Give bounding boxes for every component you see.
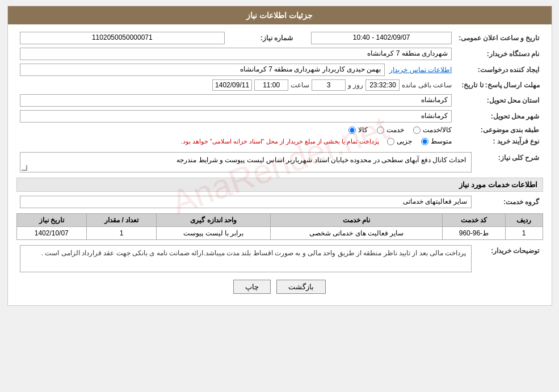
- creator-label: ایجاد کننده درخواست:: [455, 62, 543, 78]
- time-label: ساعت: [291, 81, 309, 89]
- services-data-table: ردیف کد خدمت نام خدمت واحد اندازه گیری ت…: [16, 213, 543, 240]
- service-group-label: گروه خدمت:: [475, 194, 543, 210]
- category-option-khedmat[interactable]: خدمت: [377, 126, 404, 134]
- buyer-desc-text: پرداخت مالی بعد از تایید ناظر منطقه از ط…: [41, 249, 466, 257]
- button-row: بازگشت چاپ: [16, 280, 543, 294]
- resize-handle[interactable]: [22, 165, 27, 171]
- col-unit: واحد اندازه گیری: [157, 214, 271, 227]
- province-label: استان محل تحویل:: [455, 92, 543, 108]
- deadline-time: 11:00: [254, 79, 288, 91]
- print-button[interactable]: چاپ: [233, 280, 271, 294]
- process-option-small[interactable]: جزیی: [387, 137, 412, 145]
- category-radio-khedmat[interactable]: [377, 127, 384, 134]
- category-radio-kala[interactable]: [348, 127, 356, 134]
- cell-row: 1: [505, 227, 543, 240]
- cell-date: 1402/10/07: [16, 227, 86, 240]
- process-radio-medium[interactable]: [421, 138, 428, 145]
- service-group-value: سایر فعالیتهای خدماتی: [20, 196, 472, 208]
- creator-value: بهمن حیدری کاربردار شهرداری منطقه 7 کرما…: [20, 64, 385, 76]
- process-label: نوع فرآیند خرید :: [455, 136, 543, 147]
- page-title: جزئیات اطلاعات نیاز: [246, 11, 313, 20]
- remaining-label: ساعت باقی مانده: [402, 81, 452, 89]
- category-radio-kala-khedmat[interactable]: [413, 127, 421, 134]
- buyer-org-value: شهرداری منطقه 7 کرمانشاه: [20, 48, 452, 60]
- cell-qty: 1: [86, 227, 156, 240]
- days-value: 3: [312, 79, 346, 91]
- buyer-desc-label: توضیحات خریدار:: [475, 243, 543, 274]
- process-option2-label: متوسط: [431, 137, 452, 145]
- category-option-kala-khedmat[interactable]: کالا/خدمت: [413, 126, 452, 134]
- date-value: 1402/09/07 - 10:40: [311, 32, 452, 44]
- col-row: ردیف: [505, 214, 543, 227]
- cell-name: سایر فعالیت های خدماتی شخصی: [271, 227, 443, 240]
- category-option3-label: کالا/خدمت: [423, 126, 452, 134]
- col-qty: تعداد / مقدار: [86, 214, 156, 227]
- deadline-date: 1402/09/11: [212, 79, 252, 91]
- category-radio-group: کالا/خدمت خدمت کالا: [20, 126, 452, 134]
- deadline-label: مهلت ارسال پاسخ: تا تاریخ:: [455, 78, 543, 92]
- category-option2-label: خدمت: [386, 126, 404, 134]
- page-header: جزئیات اطلاعات نیاز: [8, 6, 552, 24]
- col-date: تاریخ نیاز: [16, 214, 86, 227]
- category-option-kala[interactable]: کالا: [348, 126, 368, 134]
- col-name: نام خدمت: [271, 214, 443, 227]
- city-value: کرمانشاه: [20, 110, 452, 123]
- cell-unit: برابر با لیست پیوست: [157, 227, 271, 240]
- process-option1-label: جزیی: [397, 137, 412, 145]
- description-text: احداث کانال دفع آبهای سطحی در محدوده خیا…: [176, 156, 466, 164]
- remaining-time: 23:32:30: [365, 79, 400, 91]
- process-note: پرداخت تمام یا بخشی از مبلغ خریدار از مح…: [181, 138, 380, 145]
- services-section-header: اطلاعات خدمات مورد نیاز: [16, 178, 543, 192]
- back-button[interactable]: بازگشت: [276, 280, 326, 294]
- description-table: شرح کلی نیاز: احداث کانال دفع آبهای سطحی…: [16, 150, 543, 174]
- description-label: شرح کلی نیاز:: [475, 150, 543, 174]
- category-label: طبقه بندی موضوعی:: [455, 124, 543, 136]
- days-label: روز و: [348, 81, 363, 89]
- process-radio-small[interactable]: [387, 138, 394, 145]
- date-label: تاریخ و ساعت اعلان عمومی:: [455, 30, 543, 46]
- process-radio-group: متوسط جزیی: [387, 137, 452, 145]
- buyer-desc-table: توضیحات خریدار: پرداخت مالی بعد از تایید…: [16, 243, 543, 274]
- buyer-desc-box: پرداخت مالی بعد از تایید ناظر منطقه از ط…: [20, 245, 472, 272]
- table-row: 1 ط-96-960 سایر فعالیت های خدماتی شخصی ب…: [16, 227, 543, 240]
- cell-code: ط-96-960: [443, 227, 505, 240]
- process-option-medium[interactable]: متوسط: [421, 137, 452, 145]
- col-code: کد خدمت: [443, 214, 505, 227]
- service-group-table: گروه خدمت: سایر فعالیتهای خدماتی: [16, 194, 543, 210]
- buyer-org-label: نام دستگاه خریدار:: [455, 46, 543, 62]
- need-number-value: 1102050050000071: [20, 32, 225, 44]
- province-value: کرمانشاه: [20, 94, 452, 107]
- need-number-label: شماره نیاز:: [228, 30, 296, 46]
- city-label: شهر محل تحویل:: [455, 108, 543, 124]
- contact-link[interactable]: اطلاعات تماس خریدار: [389, 66, 452, 74]
- description-box: احداث کانال دفع آبهای سطحی در محدوده خیا…: [20, 152, 472, 172]
- category-option1-label: کالا: [358, 126, 368, 134]
- info-table: تاریخ و ساعت اعلان عمومی: 1402/09/07 - 1…: [16, 30, 543, 147]
